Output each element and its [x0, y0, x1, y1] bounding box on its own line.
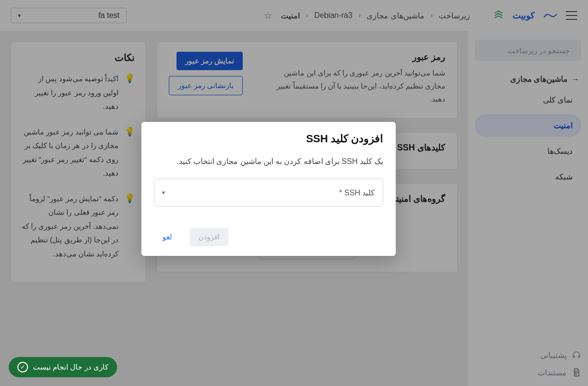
status-text: کاری در حال انجام نیست: [33, 363, 108, 371]
select-label: کلید SSH *: [339, 188, 375, 197]
status-pill[interactable]: کاری در حال انجام نیست ✓: [9, 357, 117, 377]
check-circle-icon: ✓: [17, 362, 28, 372]
modal-cancel-button[interactable]: لغو: [154, 228, 181, 246]
modal-description: یک کلید SSH برای اضافه کردن به این ماشین…: [154, 157, 383, 166]
modal-title: افزودن کلید SSH: [154, 133, 383, 145]
ssh-key-select[interactable]: کلید SSH * ▾: [154, 178, 383, 207]
modal-submit-button: افزودن: [190, 228, 228, 246]
caret-down-icon: ▾: [162, 189, 165, 196]
add-ssh-key-modal: افزودن کلید SSH یک کلید SSH برای اضافه ک…: [141, 122, 396, 256]
